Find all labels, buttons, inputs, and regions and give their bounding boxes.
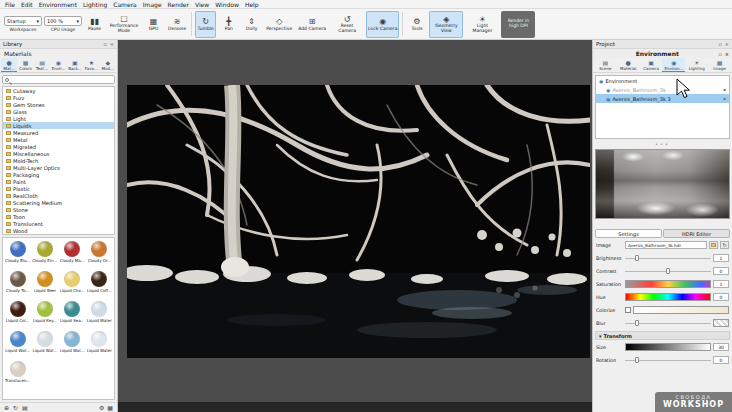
material-item[interactable]: Cloudy Em...: [31, 239, 58, 269]
menu-file[interactable]: File: [2, 0, 18, 9]
tools-button[interactable]: ⚙ Tools: [406, 11, 427, 38]
tree-item[interactable]: Packaging: [3, 171, 114, 178]
slider-handle[interactable]: [635, 255, 639, 261]
tab-image[interactable]: ▦ Image: [708, 58, 731, 72]
tab-camera[interactable]: ▣ Camera: [640, 58, 663, 72]
tree-item[interactable]: Migrated: [3, 143, 114, 150]
library-tab-models[interactable]: ◆ Mod...: [100, 58, 116, 72]
menu-edit[interactable]: Edit: [18, 0, 36, 9]
perspective-button[interactable]: ◇ Perspective: [264, 11, 294, 38]
material-item[interactable]: Liquid Water: [86, 329, 113, 359]
material-item[interactable]: Liquid Col...: [4, 299, 31, 329]
contrast-value[interactable]: 0: [713, 267, 729, 275]
panel-splitter-handle[interactable]: •••: [593, 141, 732, 147]
hue-slider[interactable]: [625, 293, 711, 301]
search-input[interactable]: [11, 77, 112, 83]
rotation-slider[interactable]: [625, 356, 711, 364]
tree-item-liquids-selected[interactable]: Liquids: [3, 122, 114, 129]
gear-icon[interactable]: ⚙: [99, 404, 104, 411]
dolly-button[interactable]: ⇕ Dolly: [241, 11, 262, 38]
environment-root-row[interactable]: ◉ Environment: [596, 76, 729, 85]
slider-handle[interactable]: [666, 268, 670, 274]
transform-section-header[interactable]: ▾ Transform: [595, 331, 730, 340]
tree-item[interactable]: Paint: [3, 178, 114, 185]
performance-mode-toggle[interactable]: ☐ Performance Mode: [107, 11, 141, 38]
environment-row[interactable]: ◉ Aversis_Bathroom_3k ▪: [596, 85, 729, 94]
lock-camera-button[interactable]: ◉ Lock Camera: [366, 11, 399, 38]
material-item[interactable]: Liquid Sea...: [59, 299, 86, 329]
slider-handle[interactable]: [635, 320, 639, 326]
tree-item[interactable]: Translucent: [3, 220, 114, 227]
menu-lighting[interactable]: Lighting: [80, 0, 110, 9]
browse-folder-icon[interactable]: [709, 241, 718, 249]
tree-item[interactable]: Cutaway: [3, 87, 114, 94]
saturation-slider[interactable]: [625, 280, 711, 288]
environment-row-selected[interactable]: ◉ Aversis_Bathroom_3k 3 ▪: [596, 94, 729, 103]
gpu-button[interactable]: ▦ GPU: [143, 11, 164, 38]
material-item[interactable]: Liquid Cha...: [59, 269, 86, 299]
close-icon[interactable]: ×: [725, 51, 729, 57]
add-icon[interactable]: ⊕: [4, 404, 9, 411]
menu-image[interactable]: Image: [140, 0, 165, 9]
hue-value[interactable]: 0: [713, 293, 729, 301]
tree-item[interactable]: Wood: [3, 227, 114, 234]
contrast-slider[interactable]: [625, 267, 711, 275]
tumble-button[interactable]: ↻ Tumble: [195, 11, 216, 38]
denoise-button[interactable]: ≋ Denoise: [166, 11, 188, 38]
tab-scene[interactable]: ▤ Scene: [594, 58, 617, 72]
tree-item[interactable]: Plastic: [3, 185, 114, 192]
material-item[interactable]: Cloudy To...: [4, 269, 31, 299]
slider-handle[interactable]: [635, 357, 639, 363]
tab-environment[interactable]: ◉ Environ...: [662, 58, 685, 72]
colorize-color-swatch[interactable]: [633, 306, 729, 314]
tree-item[interactable]: Glass: [3, 108, 114, 115]
tree-item[interactable]: Multi-Layer Optics: [3, 164, 114, 171]
image-file-field[interactable]: Aversis_Bathroom_3k.hdr: [625, 241, 707, 249]
tree-item[interactable]: Light: [3, 115, 114, 122]
tab-hdri-editor[interactable]: HDRI Editor: [663, 229, 730, 238]
menu-environment[interactable]: Environment: [36, 0, 80, 9]
library-tab-materials[interactable]: ● Mat...: [1, 58, 17, 72]
rotation-value[interactable]: 0: [713, 356, 729, 364]
material-item[interactable]: Cloudy Blu...: [4, 239, 31, 269]
tab-settings[interactable]: Settings: [595, 229, 662, 238]
tree-item[interactable]: Toon: [3, 213, 114, 220]
library-tab-favorites[interactable]: ★ Favo...: [83, 58, 99, 72]
grid-view-icon[interactable]: ▦: [107, 404, 113, 411]
close-icon[interactable]: ×: [725, 41, 729, 47]
material-item[interactable]: Liquid Key...: [31, 299, 58, 329]
tree-item[interactable]: Scattering Medium: [3, 199, 114, 206]
menu-help[interactable]: Help: [242, 0, 262, 9]
tree-item[interactable]: RealCloth: [3, 192, 114, 199]
pause-button[interactable]: ▮▮ Pause: [84, 11, 105, 38]
tree-item[interactable]: Miscellaneous: [3, 150, 114, 157]
render-high-dpi-button[interactable]: Render in high DPI: [501, 11, 535, 38]
library-tab-backplates[interactable]: ▣ Back...: [67, 58, 83, 72]
refresh-icon[interactable]: ↻: [720, 241, 729, 249]
tree-item[interactable]: Stone: [3, 206, 114, 213]
list-view-icon[interactable]: ▤: [22, 404, 28, 411]
material-item[interactable]: Translucen...: [4, 359, 31, 389]
size-value[interactable]: 30: [713, 343, 729, 351]
close-icon[interactable]: ×: [110, 41, 114, 47]
material-item[interactable]: Cloudy Or...: [86, 239, 113, 269]
brightness-value[interactable]: 1: [713, 254, 729, 262]
menu-camera[interactable]: Camera: [110, 0, 140, 9]
tree-item[interactable]: Measured: [3, 129, 114, 136]
material-item[interactable]: Cloudy Ma...: [59, 239, 86, 269]
pan-button[interactable]: ╋ Pan: [218, 11, 239, 38]
menu-view[interactable]: View: [192, 0, 212, 9]
add-camera-button[interactable]: ⊞ Add Camera: [296, 11, 328, 38]
workspaces-dropdown[interactable]: Startup ▾: [4, 16, 42, 26]
tree-item[interactable]: Metal: [3, 136, 114, 143]
refresh-icon[interactable]: ↻: [13, 404, 18, 411]
saturation-value[interactable]: 1: [713, 280, 729, 288]
colorize-checkbox[interactable]: [625, 307, 631, 313]
material-item[interactable]: Liquid Beer: [31, 269, 58, 299]
geometry-view-button[interactable]: ◈ Geometry View: [429, 11, 463, 38]
tab-material[interactable]: ● Material: [617, 58, 640, 72]
material-item[interactable]: Liquid Wat...: [31, 329, 58, 359]
light-manager-button[interactable]: ☀ Light Manager: [465, 11, 499, 38]
material-item[interactable]: Liquid Wat...: [59, 329, 86, 359]
undock-icon[interactable]: ▫: [718, 51, 721, 57]
